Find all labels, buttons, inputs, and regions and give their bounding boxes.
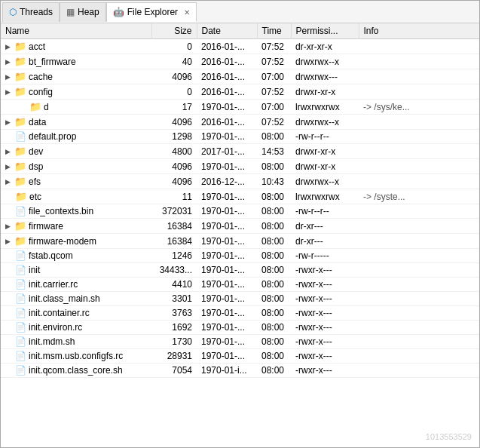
- col-header-info[interactable]: Info: [359, 23, 479, 39]
- table-row[interactable]: 📄init.container.rc37631970-01-...08:00-r…: [1, 306, 479, 321]
- cell-size-10: 11: [151, 189, 197, 204]
- col-header-name[interactable]: Name: [1, 23, 151, 39]
- cell-info-8: [359, 159, 479, 174]
- expand-icon[interactable]: ▶: [5, 178, 11, 186]
- cell-name-7[interactable]: ▶📁dev: [1, 144, 151, 159]
- cell-time-7: 14:53: [257, 144, 291, 159]
- expand-icon[interactable]: ▶: [5, 88, 11, 96]
- cell-name-13[interactable]: ▶📁firmware-modem: [1, 234, 151, 249]
- table-row[interactable]: 📄init.environ.rc16921970-01-...08:00-rwx…: [1, 321, 479, 335]
- table-row[interactable]: ▶📁acct02016-01-...07:52dr-xr-xr-x: [1, 39, 479, 54]
- expand-icon[interactable]: ▶: [5, 163, 11, 170]
- cell-name-17[interactable]: 📄init.class_main.sh: [1, 292, 151, 306]
- table-row[interactable]: 📄init.class_main.sh33011970-01-...08:00-…: [1, 292, 479, 306]
- table-row[interactable]: 📄file_contexts.bin3720311970-01-...08:00…: [1, 204, 479, 219]
- cell-permissions-5: drwxrwx--x: [291, 115, 359, 130]
- cell-time-14: 08:00: [257, 249, 291, 263]
- expand-icon[interactable]: ▶: [5, 222, 11, 230]
- file-icon: 📄: [15, 250, 26, 261]
- cell-name-1[interactable]: ▶📁bt_firmware: [1, 54, 151, 69]
- cell-permissions-20: -rwxr-x---: [291, 335, 359, 349]
- cell-name-16[interactable]: 📄init.carrier.rc: [1, 278, 151, 292]
- cell-name-0[interactable]: ▶📁acct: [1, 39, 151, 54]
- file-name: bt_firmware: [29, 57, 76, 67]
- tab-label-heap: Heap: [78, 7, 99, 17]
- cell-size-5: 4096: [151, 115, 197, 130]
- cell-date-5: 2016-01-...: [197, 115, 257, 130]
- cell-permissions-4: lrwxrwxrwx: [291, 100, 359, 115]
- table-row[interactable]: 📄init.carrier.rc44101970-01-...08:00-rwx…: [1, 278, 479, 292]
- cell-permissions-18: -rwxr-x---: [291, 306, 359, 321]
- cell-permissions-19: -rwxr-x---: [291, 321, 359, 335]
- folder-icon: 📁: [14, 146, 26, 157]
- expand-icon[interactable]: ▶: [5, 238, 11, 245]
- file-name: config: [29, 87, 53, 97]
- col-header-size[interactable]: Size: [151, 23, 197, 39]
- table-row[interactable]: ▶📁data40962016-01-...07:52drwxrwx--x: [1, 115, 479, 130]
- cell-info-2: [359, 69, 479, 84]
- cell-name-6[interactable]: 📄default.prop: [1, 130, 151, 144]
- cell-name-3[interactable]: ▶📁config: [1, 84, 151, 100]
- expand-icon[interactable]: ▶: [5, 118, 11, 126]
- cell-name-15[interactable]: 📄init: [1, 263, 151, 278]
- cell-name-5[interactable]: ▶📁data: [1, 115, 151, 130]
- table-row[interactable]: ▶📁firmware163841970-01-...08:00dr-xr---: [1, 219, 479, 234]
- table-row[interactable]: ▶📁dev48002017-01-...14:53drwxr-xr-x: [1, 144, 479, 159]
- cell-size-8: 4096: [151, 159, 197, 174]
- cell-time-17: 08:00: [257, 292, 291, 306]
- cell-size-13: 16384: [151, 234, 197, 249]
- col-header-date[interactable]: Date: [197, 23, 257, 39]
- table-row[interactable]: 📄init.msm.usb.configfs.rc289311970-01-..…: [1, 349, 479, 364]
- expand-icon[interactable]: ▶: [5, 58, 11, 66]
- cell-name-21[interactable]: 📄init.msm.usb.configfs.rc: [1, 349, 151, 364]
- col-header-permissions[interactable]: Permissi...: [291, 23, 359, 39]
- tab-file-explorer[interactable]: 🤖File Explorer✕: [106, 2, 197, 22]
- cell-name-22[interactable]: 📄init.qcom.class_core.sh: [1, 364, 151, 378]
- cell-name-14[interactable]: 📄fstab.qcom: [1, 249, 151, 263]
- file-explorer-table-container[interactable]: Name Size Date Time Permissi... Info ▶📁a…: [1, 23, 479, 447]
- file-icon: 📄: [15, 308, 26, 318]
- cell-permissions-15: -rwxr-x---: [291, 263, 359, 278]
- cell-name-8[interactable]: ▶📁dsp: [1, 159, 151, 174]
- cell-size-11: 372031: [151, 204, 197, 219]
- table-row[interactable]: ▶📁bt_firmware402016-01-...07:52drwxrwx--…: [1, 54, 479, 69]
- cell-time-21: 08:00: [257, 349, 291, 364]
- cell-name-12[interactable]: ▶📁firmware: [1, 219, 151, 234]
- table-row[interactable]: ▶📁config02016-01-...07:52drwxr-xr-x: [1, 84, 479, 100]
- file-name: init.mdm.sh: [29, 336, 75, 347]
- expand-icon[interactable]: ▶: [5, 148, 11, 155]
- table-row[interactable]: ▶📁efs40962016-12-...10:43drwxrwx--x: [1, 174, 479, 189]
- cell-date-20: 1970-01-...: [197, 335, 257, 349]
- cell-size-17: 3301: [151, 292, 197, 306]
- cell-name-18[interactable]: 📄init.container.rc: [1, 306, 151, 321]
- tab-threads[interactable]: ⬡Threads: [2, 2, 60, 22]
- cell-time-15: 08:00: [257, 263, 291, 278]
- file-icon: 📄: [15, 206, 26, 216]
- expand-icon[interactable]: ▶: [5, 73, 11, 81]
- cell-name-19[interactable]: 📄init.environ.rc: [1, 321, 151, 335]
- table-row[interactable]: 📁d171970-01-...07:00lrwxrwxrwx-> /sys/ke…: [1, 100, 479, 115]
- table-row[interactable]: 📄fstab.qcom12461970-01-...08:00-rw-r----…: [1, 249, 479, 263]
- cell-date-13: 1970-01-...: [197, 234, 257, 249]
- cell-name-2[interactable]: ▶📁cache: [1, 69, 151, 84]
- table-row[interactable]: ▶📁firmware-modem163841970-01-...08:00dr-…: [1, 234, 479, 249]
- cell-name-10[interactable]: 📁etc: [1, 189, 151, 204]
- table-row[interactable]: ▶📁cache40962016-01-...07:00drwxrwx---: [1, 69, 479, 84]
- cell-name-20[interactable]: 📄init.mdm.sh: [1, 335, 151, 349]
- col-header-time[interactable]: Time: [257, 23, 291, 39]
- expand-icon[interactable]: ▶: [5, 43, 11, 51]
- table-row[interactable]: ▶📁dsp40961970-01-...08:00drwxr-xr-x: [1, 159, 479, 174]
- tab-close-file-explorer[interactable]: ✕: [184, 8, 190, 17]
- table-row[interactable]: 📁etc111970-01-...08:00lrwxrwxrwx-> /syst…: [1, 189, 479, 204]
- cell-name-11[interactable]: 📄file_contexts.bin: [1, 204, 151, 219]
- cell-name-4[interactable]: 📁d: [1, 100, 151, 115]
- table-row[interactable]: 📄init.mdm.sh17301970-01-...08:00-rwxr-x-…: [1, 335, 479, 349]
- tab-heap[interactable]: ▦Heap: [60, 2, 106, 22]
- cell-name-9[interactable]: ▶📁efs: [1, 174, 151, 189]
- cell-info-19: [359, 321, 479, 335]
- table-row[interactable]: 📄init34433...1970-01-...08:00-rwxr-x---: [1, 263, 479, 278]
- cell-permissions-9: drwxrwx--x: [291, 174, 359, 189]
- table-row[interactable]: 📄default.prop12981970-01-...08:00-rw-r--…: [1, 130, 479, 144]
- table-row[interactable]: 📄init.qcom.class_core.sh70541970-01-i...…: [1, 364, 479, 378]
- cell-info-16: [359, 278, 479, 292]
